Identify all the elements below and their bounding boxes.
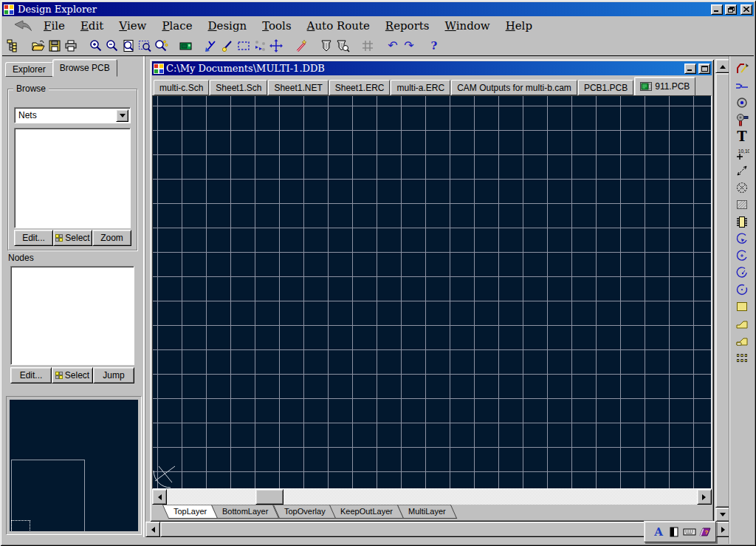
place-string-icon[interactable]: T — [733, 129, 751, 144]
ime-keyboard-icon[interactable] — [681, 523, 697, 540]
select-button[interactable]: Select — [53, 230, 92, 246]
place-dimension-icon[interactable] — [733, 163, 751, 178]
scroll-down-button[interactable] — [715, 508, 730, 522]
edit-menu[interactable]: Edit — [79, 18, 105, 33]
wand-icon[interactable] — [293, 38, 309, 54]
zoom-area-icon[interactable] — [137, 38, 153, 54]
zoom-button[interactable]: Zoom — [92, 230, 131, 246]
place-fill-icon[interactable] — [733, 197, 751, 212]
board-preview-canvas[interactable] — [10, 400, 138, 531]
jump-button[interactable]: Jump — [93, 367, 134, 383]
mdi-scroll-left-button[interactable] — [145, 522, 160, 537]
grid-icon[interactable] — [360, 38, 376, 54]
place-wire-icon[interactable] — [733, 78, 751, 93]
board-preview[interactable] — [6, 396, 142, 535]
sheet1-net-tab[interactable]: Sheet1.NET — [268, 80, 328, 95]
file-menu[interactable]: File — [42, 18, 66, 33]
board-view-icon[interactable] — [178, 38, 194, 54]
place-via-icon[interactable] — [733, 112, 751, 127]
ime-halfshape-icon[interactable] — [666, 523, 681, 540]
place-coordinate-icon[interactable]: 10,10 — [733, 146, 751, 161]
zoom-out-icon[interactable] — [104, 38, 120, 54]
select-button[interactable]: Select — [52, 367, 93, 383]
place-component-icon[interactable] — [733, 214, 751, 229]
cutter-icon[interactable] — [203, 38, 219, 54]
cam-outputs-for-multi-b-cam-tab[interactable]: CAM Outputs for multi-b.cam — [451, 80, 577, 95]
multi-a-erc-tab[interactable]: multi-a.ERC — [391, 80, 450, 95]
open-icon[interactable] — [30, 38, 47, 54]
shield-icon[interactable] — [318, 38, 334, 54]
document-hscrollbar[interactable] — [152, 489, 712, 505]
doc-minimize-button[interactable] — [684, 64, 696, 74]
deselect-icon[interactable] — [252, 38, 268, 54]
move-icon[interactable] — [268, 38, 284, 54]
911-pcb-tab[interactable]: 911.PCB — [634, 77, 695, 95]
edit-button[interactable]: Edit... — [14, 230, 53, 246]
design-manager-icon[interactable] — [5, 38, 21, 54]
ime-book-icon[interactable]: ? — [697, 523, 712, 540]
ime-a-icon[interactable]: A — [650, 523, 666, 540]
toolbar-separator — [417, 38, 426, 54]
reports-menu[interactable]: Reports — [384, 18, 431, 33]
arc-center-icon[interactable] — [733, 248, 751, 263]
nets-listbox[interactable] — [14, 128, 131, 228]
nodes-listbox[interactable] — [10, 266, 134, 365]
undo-icon[interactable]: ↶ — [385, 38, 401, 54]
auto-route-menu[interactable]: Auto Route — [306, 18, 371, 33]
edit-button[interactable]: Edit... — [10, 367, 52, 383]
explorer-tab[interactable]: Explorer — [5, 62, 53, 77]
minimize-button[interactable] — [711, 4, 723, 15]
sheet1-erc-tab[interactable]: Sheet1.ERC — [329, 80, 391, 95]
mdi-vscrollbar[interactable] — [715, 59, 730, 522]
place-keepout-icon[interactable] — [733, 180, 751, 195]
toplayer-tab[interactable]: TopLayer — [162, 505, 219, 519]
scroll-right-button[interactable] — [697, 489, 712, 505]
arc-edge-icon[interactable] — [733, 231, 751, 246]
print-icon[interactable] — [63, 38, 79, 54]
vscroll-thumb[interactable] — [715, 73, 730, 508]
hscroll-thumb[interactable] — [255, 489, 284, 505]
dropdown-arrow-button[interactable] — [116, 109, 128, 122]
zoom-point-icon[interactable] — [153, 38, 169, 54]
save-icon[interactable] — [47, 38, 63, 54]
help-icon[interactable]: ? — [426, 38, 442, 54]
close-button[interactable] — [740, 4, 752, 15]
view-menu[interactable]: View — [117, 18, 148, 33]
system-arrow-icon[interactable] — [14, 20, 33, 32]
redo-icon[interactable]: ↷ — [401, 38, 417, 54]
bottomlayer-tab[interactable]: BottomLayer — [211, 505, 280, 519]
arc-any-icon[interactable] — [733, 265, 751, 280]
window-menu[interactable]: Window — [444, 18, 492, 33]
place-track-icon[interactable] — [733, 61, 751, 76]
polygon-icon[interactable] — [733, 316, 751, 331]
rect-fill-icon[interactable] — [733, 299, 751, 314]
tools-menu[interactable]: Tools — [261, 18, 292, 33]
keepoutlayer-tab[interactable]: KeepOutLayer — [329, 505, 404, 519]
circle-icon[interactable] — [733, 282, 751, 297]
design-menu[interactable]: Design — [207, 18, 249, 33]
split-plane-icon[interactable] — [733, 333, 751, 348]
pcb1-pcb-tab[interactable]: PCB1.PCB — [578, 80, 633, 95]
help-menu[interactable]: Help — [504, 18, 534, 33]
browse-type-dropdown[interactable]: Nets — [14, 107, 131, 123]
viewport-rect[interactable] — [11, 520, 30, 531]
doc-maximize-button[interactable] — [698, 64, 710, 74]
pcb-canvas[interactable] — [152, 95, 712, 489]
scroll-left-button[interactable] — [152, 489, 167, 505]
paste-array-icon[interactable] — [733, 350, 751, 365]
topoverlay-tab[interactable]: TopOverlay — [272, 505, 336, 519]
scroll-up-button[interactable] — [715, 59, 730, 73]
place-pad-icon[interactable] — [733, 95, 751, 110]
multilayer-tab[interactable]: MultiLayer — [397, 505, 457, 519]
browse-pcb-tab[interactable]: Browse PCB — [52, 59, 117, 77]
restore-button[interactable] — [725, 4, 737, 15]
place-menu[interactable]: Place — [160, 18, 193, 33]
multi-c-sch-tab[interactable]: multi-c.Sch — [154, 80, 209, 95]
highlight-icon[interactable] — [219, 38, 236, 54]
select-area-icon[interactable] — [236, 38, 252, 54]
zoom-in-icon[interactable] — [88, 38, 104, 54]
shield-zoom-icon[interactable] — [334, 38, 351, 54]
mdi-hscroll-thumb[interactable] — [160, 522, 701, 537]
zoom-all-icon[interactable] — [120, 38, 137, 54]
sheet1-sch-tab[interactable]: Sheet1.Sch — [210, 80, 267, 95]
